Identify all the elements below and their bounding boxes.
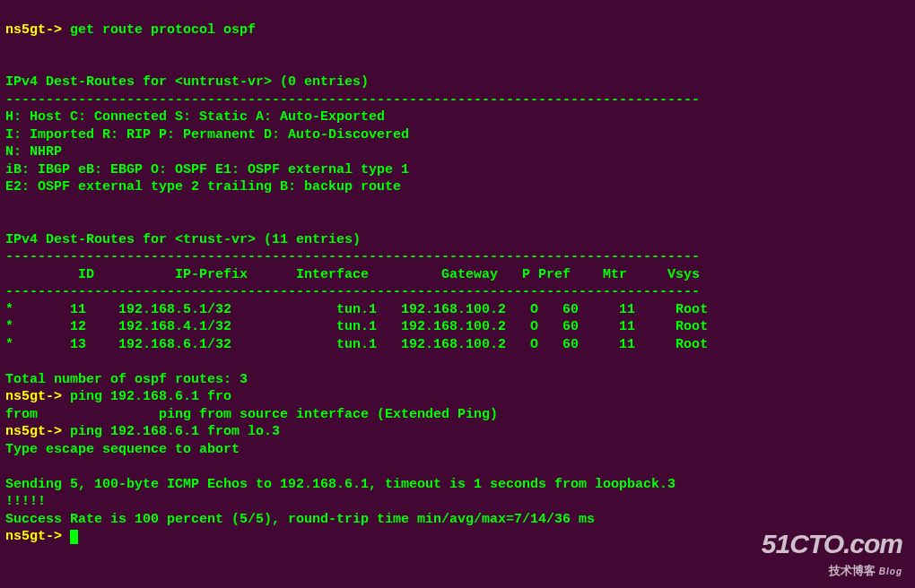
legend-line: iB: IBGP eB: EBGP O: OSPF E1: OSPF exter… bbox=[5, 162, 409, 177]
route-table-body: * 11 192.168.5.1/32 tun.1 192.168.100.2 … bbox=[5, 302, 708, 352]
command-text: ping 192.168.6.1 from lo.3 bbox=[70, 424, 280, 439]
legend-line: I: Imported R: RIP P: Permanent D: Auto-… bbox=[5, 127, 409, 143]
legend-line: N: NHRP bbox=[5, 144, 62, 160]
ping-result: !!!!! bbox=[5, 494, 46, 509]
success-line: Success Rate is 100 percent (5/5), round… bbox=[5, 512, 595, 527]
terminal-output[interactable]: ns5gt-> get route protocol ospf IPv4 Des… bbox=[0, 0, 915, 549]
command-text: ping 192.168.6.1 fro bbox=[70, 389, 231, 404]
watermark-sub: 技术博客 bbox=[829, 564, 876, 577]
section-header: IPv4 Dest-Routes for <untrust-vr> (0 ent… bbox=[5, 74, 369, 90]
section-header: IPv4 Dest-Routes for <trust-vr> (11 entr… bbox=[5, 232, 361, 247]
table-header: ID IP-Prefix Interface Gateway P Pref Mt… bbox=[5, 267, 700, 282]
divider: ----------------------------------------… bbox=[5, 92, 700, 108]
total-line: Total number of ospf routes: 3 bbox=[5, 372, 248, 387]
legend-line: E2: OSPF external type 2 trailing B: bac… bbox=[5, 179, 401, 195]
divider: ----------------------------------------… bbox=[5, 249, 700, 264]
sending-line: Sending 5, 100-byte ICMP Echos to 192.16… bbox=[5, 477, 675, 492]
legend-line: H: Host C: Connected S: Static A: Auto-E… bbox=[5, 109, 385, 125]
prompt: ns5gt-> bbox=[5, 22, 70, 38]
prompt: ns5gt-> bbox=[5, 424, 70, 439]
completion-hint: from ping from source interface (Extende… bbox=[5, 407, 498, 422]
escape-line: Type escape sequence to abort bbox=[5, 442, 240, 457]
watermark-blog: Blog bbox=[879, 566, 902, 576]
cursor[interactable] bbox=[70, 530, 78, 544]
prompt: ns5gt-> bbox=[5, 389, 70, 404]
prompt: ns5gt-> bbox=[5, 529, 70, 544]
divider: ----------------------------------------… bbox=[5, 284, 700, 299]
command-text: get route protocol ospf bbox=[70, 22, 256, 38]
